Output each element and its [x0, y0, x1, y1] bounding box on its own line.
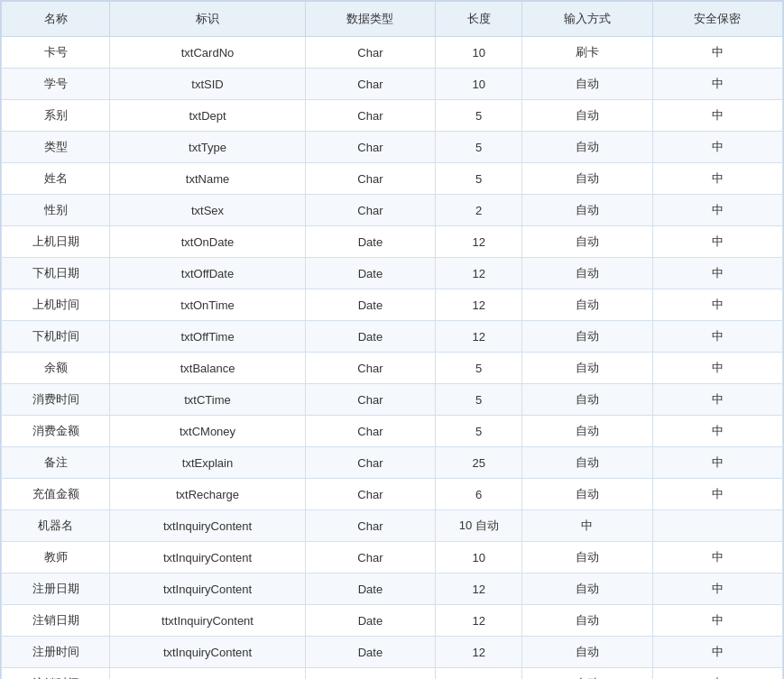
cell-type: Char — [305, 37, 435, 69]
cell-security: 中 — [652, 542, 782, 573]
table-row: 姓名 txtName Char 5 自动 中 — [2, 163, 783, 195]
cell-type: Char — [305, 542, 435, 573]
cell-security: 中 — [652, 258, 782, 289]
cell-type: Char — [305, 163, 435, 195]
cell-type: Char — [305, 416, 435, 447]
cell-id: txtCTime — [110, 384, 306, 416]
cell-id: txtOnTime — [110, 289, 306, 321]
cell-name: 备注 — [2, 447, 110, 479]
cell-type: Char — [305, 132, 435, 163]
cell-id: txtSID — [110, 69, 306, 100]
cell-length: 5 — [436, 416, 522, 447]
table-row: 机器名 txtInquiryContent Char 10 自动 中 — [2, 510, 783, 542]
cell-input: 自动 — [522, 69, 652, 100]
table-row: 卡号 txtCardNo Char 10 刷卡 中 — [2, 37, 783, 69]
cell-type: Date — [305, 605, 435, 637]
cell-input: 自动 — [522, 321, 652, 353]
cell-name: 注销时间 — [2, 668, 110, 680]
table-row: 注销日期 ttxtInquiryContent Date 12 自动 中 — [2, 605, 783, 637]
cell-input: 自动 — [522, 100, 652, 132]
cell-input: 自动 — [522, 226, 652, 258]
cell-input: 自动 — [522, 542, 652, 573]
cell-type: Char — [305, 479, 435, 510]
cell-name: 消费金额 — [2, 416, 110, 447]
cell-id: txtName — [110, 163, 306, 195]
cell-input: 自动 — [522, 132, 652, 163]
cell-id: ttxtInquiryContent — [110, 605, 306, 637]
cell-length: 5 — [436, 353, 522, 384]
table-row: 系别 txtDept Char 5 自动 中 — [2, 100, 783, 132]
cell-id: txtType — [110, 132, 306, 163]
table-row: 学号 txtSID Char 10 自动 中 — [2, 69, 783, 100]
cell-length: 2 — [436, 195, 522, 226]
cell-security: 中 — [652, 226, 782, 258]
cell-type: Date — [305, 321, 435, 353]
table-row: 备注 txtExplain Char 25 自动 中 — [2, 447, 783, 479]
header-length: 长度 — [436, 2, 522, 37]
table-row: 下机时间 txtOffTime Date 12 自动 中 — [2, 321, 783, 353]
table-row: 上机日期 txtOnDate Date 12 自动 中 — [2, 226, 783, 258]
cell-input: 自动 — [522, 668, 652, 680]
cell-name: 消费时间 — [2, 384, 110, 416]
cell-name: 上机日期 — [2, 226, 110, 258]
cell-security: 中 — [652, 637, 782, 668]
cell-id: txtInquiryContent — [110, 510, 306, 542]
cell-input: 刷卡 — [522, 37, 652, 69]
cell-length: 12 — [436, 637, 522, 668]
cell-length: 12 — [436, 573, 522, 605]
cell-type: Date — [305, 637, 435, 668]
cell-name: 教师 — [2, 542, 110, 573]
cell-id: txtBalance — [110, 353, 306, 384]
header-input: 输入方式 — [522, 2, 652, 37]
cell-length: 6 — [436, 479, 522, 510]
cell-security: 中 — [652, 605, 782, 637]
cell-type: Char — [305, 447, 435, 479]
cell-type: Char — [305, 353, 435, 384]
cell-length: 10 — [436, 69, 522, 100]
cell-length: 12 — [436, 605, 522, 637]
cell-id: txtInquiryContent — [110, 542, 306, 573]
cell-length: 25 — [436, 447, 522, 479]
cell-name: 机器名 — [2, 510, 110, 542]
cell-input: 自动 — [522, 447, 652, 479]
cell-security: 中 — [652, 321, 782, 353]
cell-name: 上机时间 — [2, 289, 110, 321]
cell-type: Date — [305, 258, 435, 289]
cell-id: txtExplain — [110, 447, 306, 479]
cell-name: 注册时间 — [2, 637, 110, 668]
cell-security: 中 — [652, 195, 782, 226]
data-table: 名称 标识 数据类型 长度 输入方式 安全保密 卡号 txtCardNo Cha… — [1, 1, 783, 679]
cell-length: 10 — [436, 542, 522, 573]
cell-type: Date — [305, 226, 435, 258]
table-row: 充值金额 txtRecharge Char 6 自动 中 — [2, 479, 783, 510]
cell-security: 中 — [652, 447, 782, 479]
cell-length: 5 — [436, 163, 522, 195]
cell-type: Char — [305, 100, 435, 132]
cell-name: 系别 — [2, 100, 110, 132]
cell-length: 12 — [436, 226, 522, 258]
cell-id: txtOffDate — [110, 258, 306, 289]
cell-length: 10 自动 — [436, 510, 522, 542]
cell-id: txtOffTime — [110, 321, 306, 353]
cell-security: 中 — [652, 132, 782, 163]
cell-length: 12 — [436, 289, 522, 321]
cell-input: 自动 — [522, 289, 652, 321]
cell-security: 中 — [652, 353, 782, 384]
cell-security: 中 — [652, 69, 782, 100]
cell-type: Char — [305, 510, 435, 542]
cell-input: 自动 — [522, 573, 652, 605]
cell-security: 中 — [652, 100, 782, 132]
table-row: 消费金额 txtCMoney Char 5 自动 中 — [2, 416, 783, 447]
cell-security: 中 — [652, 573, 782, 605]
cell-id: txtSex — [110, 195, 306, 226]
cell-security: 中 — [652, 37, 782, 69]
cell-name: 姓名 — [2, 163, 110, 195]
cell-length: 12 — [436, 258, 522, 289]
cell-security: 中 — [652, 479, 782, 510]
table-row: 余额 txtBalance Char 5 自动 中 — [2, 353, 783, 384]
cell-type: Char — [305, 195, 435, 226]
cell-input: 自动 — [522, 605, 652, 637]
cell-length: 10 — [436, 37, 522, 69]
cell-input: 中 — [522, 510, 652, 542]
cell-input: 自动 — [522, 479, 652, 510]
